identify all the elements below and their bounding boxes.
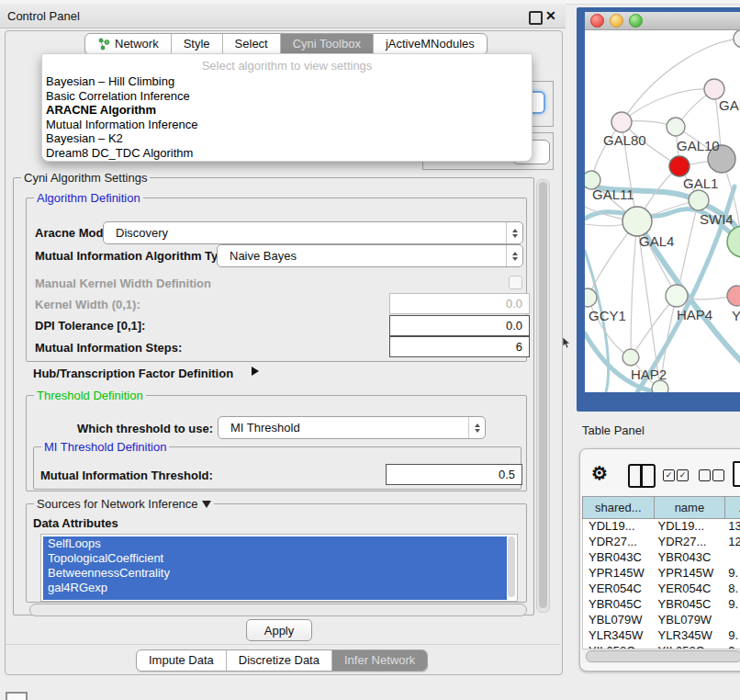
tab-jactivemnodules[interactable]: jActiveMNodules: [374, 34, 487, 54]
manual-kernel-label: Manual Kernel Width Definition: [35, 277, 211, 290]
control-panel-tabs: Network Style Select Cyni Toolbox jActiv…: [84, 33, 488, 55]
collapse-arrow-icon[interactable]: [202, 501, 211, 508]
column-header-name[interactable]: name: [655, 497, 726, 519]
column-header-cut[interactable]: A: [725, 497, 740, 519]
select-all-checkbox-icon[interactable]: ✓: [663, 469, 675, 481]
network-node-hap2[interactable]: [622, 349, 639, 366]
column-header-shared-name[interactable]: shared...: [583, 497, 655, 519]
sources-title-text: Sources for Network Inference: [37, 497, 198, 511]
tab-impute-data-label: Impute Data: [149, 650, 214, 671]
network-node-gal4[interactable]: [622, 207, 652, 236]
node-label: HAP2: [631, 367, 667, 382]
deselect-all-checkbox-icon[interactable]: [712, 469, 724, 481]
expand-arrow-icon[interactable]: [252, 367, 259, 376]
tab-style[interactable]: Style: [172, 34, 223, 54]
tab-discretize-data[interactable]: Discretize Data: [227, 650, 332, 671]
tab-infer-network[interactable]: Infer Network: [332, 650, 427, 671]
document-icon[interactable]: [733, 461, 740, 487]
kernel-width-field[interactable]: 0.0: [389, 293, 530, 314]
table-row[interactable]: YDR27...YDR27...12: [583, 535, 740, 550]
node-label: GAL: [719, 97, 740, 113]
algorithm-option[interactable]: Dream8 DC_TDC Algorithm: [42, 146, 532, 161]
network-node-gcy1[interactable]: [585, 288, 597, 307]
algorithm-option[interactable]: Bayesian – K2: [42, 131, 532, 146]
algorithm-option-selected[interactable]: ARACNE Algorithm: [42, 103, 532, 118]
zoom-traffic-light-icon[interactable]: [629, 14, 643, 28]
table-panel-title: Table Panel: [582, 423, 645, 437]
attribute-item[interactable]: gal4RGexp: [43, 581, 507, 595]
algorithm-definition-title: Algorithm Definition: [34, 191, 143, 205]
apply-button[interactable]: Apply: [246, 619, 312, 641]
algorithm-placeholder: Select algorithm to view settings: [42, 54, 532, 74]
network-window-titlebar[interactable]: [585, 12, 740, 30]
aracne-mode-value: Discovery: [104, 226, 168, 240]
attribute-list-scrollbar[interactable]: [508, 536, 515, 597]
table-header: shared... name A: [582, 496, 740, 519]
network-node-gal80[interactable]: [611, 112, 632, 132]
table-hscrollbar-thumb[interactable]: [586, 650, 740, 662]
network-node[interactable]: [734, 30, 740, 48]
select-all-checkbox-icon[interactable]: ✓: [677, 469, 689, 481]
algorithm-option[interactable]: Bayesian – Hill Climbing: [42, 74, 532, 89]
network-canvas[interactable]: GAL GAL80 GAL10 GAL1 GAL11 SWI4 GAL4 GCY…: [585, 30, 740, 392]
mi-type-label: Mutual Information Algorithm Type:: [35, 249, 236, 263]
manual-kernel-checkbox[interactable]: [509, 276, 522, 289]
network-node[interactable]: [727, 286, 740, 306]
table-row[interactable]: YLR345WYLR345W9.: [583, 628, 740, 644]
tab-cyni-toolbox[interactable]: Cyni Toolbox: [281, 34, 374, 54]
node-label: GAL80: [603, 132, 646, 148]
mi-type-combobox[interactable]: Naive Bayes: [217, 244, 523, 267]
settings-scrollbar-thumb[interactable]: [539, 182, 547, 608]
close-traffic-light-icon[interactable]: [590, 14, 604, 28]
tab-jactivemnodules-label: jActiveMNodules: [386, 34, 475, 54]
mouse-cursor: [563, 337, 572, 349]
dpi-tolerance-field[interactable]: 0.0: [389, 315, 530, 336]
minimized-panel-icon[interactable]: [6, 692, 28, 700]
gear-icon[interactable]: ⚙: [591, 462, 608, 484]
threshold-definition-title: Threshold Definition: [34, 389, 146, 402]
table-row[interactable]: YBL079WYBL079W: [583, 613, 740, 628]
node-label: GCY1: [589, 308, 626, 323]
network-node-gal10[interactable]: [667, 118, 685, 136]
attribute-item[interactable]: TopologicalCoefficient: [43, 551, 507, 566]
table-row[interactable]: YBR043CYBR043C: [583, 550, 740, 566]
network-node-swi4[interactable]: [689, 190, 709, 210]
table-row[interactable]: YER054CYER054C8.: [583, 581, 740, 597]
algorithm-option[interactable]: Basic Correlation Inference: [42, 89, 532, 104]
kernel-width-label: Kernel Width (0,1):: [35, 298, 140, 311]
deselect-all-checkbox-icon[interactable]: [699, 469, 711, 481]
spinner-icon: [506, 245, 522, 266]
close-icon[interactable]: ✕: [545, 8, 556, 23]
tab-select[interactable]: Select: [223, 34, 281, 54]
attribute-item[interactable]: BetweennessCentrality: [43, 566, 507, 581]
network-node[interactable]: [704, 79, 724, 99]
node-label: GAL4: [639, 233, 674, 249]
table-row[interactable]: YPR145WYPR145W9.: [583, 566, 740, 581]
node-label: SWI4: [700, 211, 734, 227]
float-window-icon[interactable]: [529, 11, 543, 25]
control-panel-title: Control Panel: [0, 9, 80, 23]
tab-network[interactable]: Network: [85, 34, 172, 54]
table-row[interactable]: YBR045CYBR045C9.: [583, 597, 740, 613]
settings-scrollbar-track[interactable]: [536, 179, 550, 613]
settings-hscrollbar[interactable]: [29, 604, 527, 616]
cyni-algorithm-settings-title: Cyni Algorithm Settings: [21, 171, 150, 185]
control-panel-titlebar: Control Panel: [0, 4, 566, 28]
tab-impute-data[interactable]: Impute Data: [137, 650, 227, 671]
node-label: GAL11: [592, 186, 634, 202]
attribute-item-partial[interactable]: [43, 595, 507, 600]
network-node-selected[interactable]: [669, 156, 690, 176]
minimize-traffic-light-icon[interactable]: [610, 14, 623, 28]
tab-cyni-toolbox-label: Cyni Toolbox: [293, 34, 361, 54]
attribute-item[interactable]: SelfLoops: [43, 536, 507, 551]
network-node-hap4[interactable]: [666, 285, 688, 307]
algorithm-option[interactable]: Mutual Information Inference: [42, 118, 532, 132]
table-row[interactable]: YDL19...YDL19...13: [583, 519, 740, 535]
algorithm-dropdown-popup: Select algorithm to view settings Bayesi…: [41, 53, 533, 162]
aracne-mode-combobox[interactable]: Discovery: [103, 221, 523, 244]
column-layout-icon[interactable]: [628, 464, 656, 488]
cyni-mode-tabs: Impute Data Discretize Data Infer Networ…: [136, 649, 428, 672]
mi-threshold-field[interactable]: 0.5: [386, 464, 522, 485]
which-threshold-combobox[interactable]: MI Threshold: [218, 416, 486, 439]
mi-steps-field[interactable]: 6: [389, 336, 530, 357]
